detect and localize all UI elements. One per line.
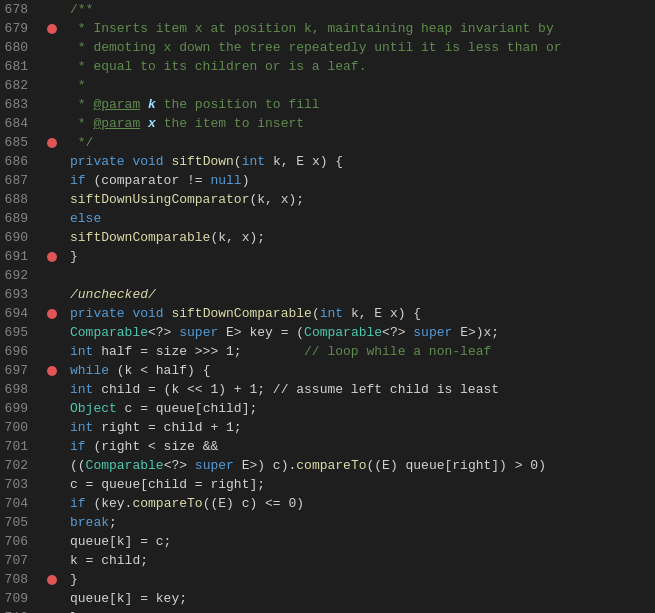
line-number-gutter: 6786796806816826836846856866876886896906…: [0, 0, 42, 613]
line-number: 679: [0, 19, 34, 38]
breakpoint-indicator[interactable]: [42, 228, 62, 247]
breakpoint-indicator[interactable]: [42, 304, 62, 323]
breakpoint-indicator[interactable]: [42, 76, 62, 95]
line-number: 705: [0, 513, 34, 532]
breakpoint-indicator[interactable]: [42, 323, 62, 342]
code-line: */: [70, 133, 655, 152]
breakpoint-indicator[interactable]: [42, 152, 62, 171]
code-line: while (k < half) {: [70, 361, 655, 380]
line-number: 695: [0, 323, 34, 342]
breakpoint-indicator[interactable]: [42, 247, 62, 266]
breakpoint-indicator[interactable]: [42, 19, 62, 38]
code-line: else: [70, 209, 655, 228]
code-line: * equal to its children or is a leaf.: [70, 57, 655, 76]
breakpoint-indicator[interactable]: [42, 513, 62, 532]
breakpoint-indicator[interactable]: [42, 95, 62, 114]
code-line: int child = (k << 1) + 1; // assume left…: [70, 380, 655, 399]
code-line: * demoting x down the tree repeatedly un…: [70, 38, 655, 57]
code-line: private void siftDown(int k, E x) {: [70, 152, 655, 171]
line-number: 691: [0, 247, 34, 266]
code-line: private void siftDownComparable(int k, E…: [70, 304, 655, 323]
breakpoint-indicator[interactable]: [42, 190, 62, 209]
code-line: /unchecked/: [70, 285, 655, 304]
breakpoint-indicator[interactable]: [42, 456, 62, 475]
code-line: /**: [70, 0, 655, 19]
breakpoint-gutter: [42, 0, 62, 613]
breakpoint-indicator[interactable]: [42, 589, 62, 608]
line-number: 687: [0, 171, 34, 190]
breakpoint-indicator[interactable]: [42, 285, 62, 304]
line-number: 689: [0, 209, 34, 228]
breakpoint-indicator[interactable]: [42, 608, 62, 613]
line-number: 707: [0, 551, 34, 570]
code-line: c = queue[child = right];: [70, 475, 655, 494]
code-line: * @param x the item to insert: [70, 114, 655, 133]
code-line: if (right < size &&: [70, 437, 655, 456]
code-line: }: [70, 570, 655, 589]
code-content: /** * Inserts item x at position k, main…: [62, 0, 655, 613]
breakpoint-indicator[interactable]: [42, 361, 62, 380]
breakpoint-indicator[interactable]: [42, 171, 62, 190]
code-line: * @param k the position to fill: [70, 95, 655, 114]
line-number: 699: [0, 399, 34, 418]
line-number: 700: [0, 418, 34, 437]
breakpoint-indicator[interactable]: [42, 57, 62, 76]
line-number: 694: [0, 304, 34, 323]
line-number: 704: [0, 494, 34, 513]
breakpoint-indicator[interactable]: [42, 551, 62, 570]
code-line: Comparable<?> super E> key = (Comparable…: [70, 323, 655, 342]
line-number: 706: [0, 532, 34, 551]
breakpoint-indicator[interactable]: [42, 418, 62, 437]
breakpoint-indicator[interactable]: [42, 133, 62, 152]
breakpoint-indicator[interactable]: [42, 399, 62, 418]
breakpoint-indicator[interactable]: [42, 209, 62, 228]
code-line: siftDownComparable(k, x);: [70, 228, 655, 247]
code-line: *: [70, 76, 655, 95]
breakpoint-indicator[interactable]: [42, 494, 62, 513]
code-line: queue[k] = c;: [70, 532, 655, 551]
breakpoint-indicator[interactable]: [42, 475, 62, 494]
code-line: }: [70, 608, 655, 613]
line-number: 697: [0, 361, 34, 380]
breakpoint-indicator[interactable]: [42, 114, 62, 133]
line-number: 686: [0, 152, 34, 171]
code-line: siftDownUsingComparator(k, x);: [70, 190, 655, 209]
code-line: }: [70, 247, 655, 266]
line-number: 692: [0, 266, 34, 285]
breakpoint-indicator[interactable]: [42, 266, 62, 285]
line-number: 710: [0, 608, 34, 613]
code-line: int half = size >>> 1; // loop while a n…: [70, 342, 655, 361]
code-line: if (key.compareTo((E) c) <= 0): [70, 494, 655, 513]
line-number: 702: [0, 456, 34, 475]
code-line: queue[k] = key;: [70, 589, 655, 608]
code-line: k = child;: [70, 551, 655, 570]
breakpoint-indicator[interactable]: [42, 0, 62, 19]
line-number: 680: [0, 38, 34, 57]
code-line: ((Comparable<?> super E>) c).compareTo((…: [70, 456, 655, 475]
code-line: Object c = queue[child];: [70, 399, 655, 418]
line-number: 709: [0, 589, 34, 608]
line-number: 688: [0, 190, 34, 209]
line-number: 690: [0, 228, 34, 247]
breakpoint-indicator[interactable]: [42, 342, 62, 361]
line-number: 678: [0, 0, 34, 19]
breakpoint-indicator[interactable]: [42, 38, 62, 57]
line-number: 701: [0, 437, 34, 456]
line-number: 708: [0, 570, 34, 589]
line-number: 693: [0, 285, 34, 304]
line-number: 696: [0, 342, 34, 361]
line-number: 703: [0, 475, 34, 494]
line-number: 684: [0, 114, 34, 133]
breakpoint-indicator[interactable]: [42, 570, 62, 589]
code-editor: 6786796806816826836846856866876886896906…: [0, 0, 655, 613]
code-line: int right = child + 1;: [70, 418, 655, 437]
code-line: if (comparator != null): [70, 171, 655, 190]
line-number: 698: [0, 380, 34, 399]
code-line: break;: [70, 513, 655, 532]
breakpoint-indicator[interactable]: [42, 532, 62, 551]
line-number: 685: [0, 133, 34, 152]
breakpoint-indicator[interactable]: [42, 437, 62, 456]
breakpoint-indicator[interactable]: [42, 380, 62, 399]
code-line: [70, 266, 655, 285]
line-number: 682: [0, 76, 34, 95]
